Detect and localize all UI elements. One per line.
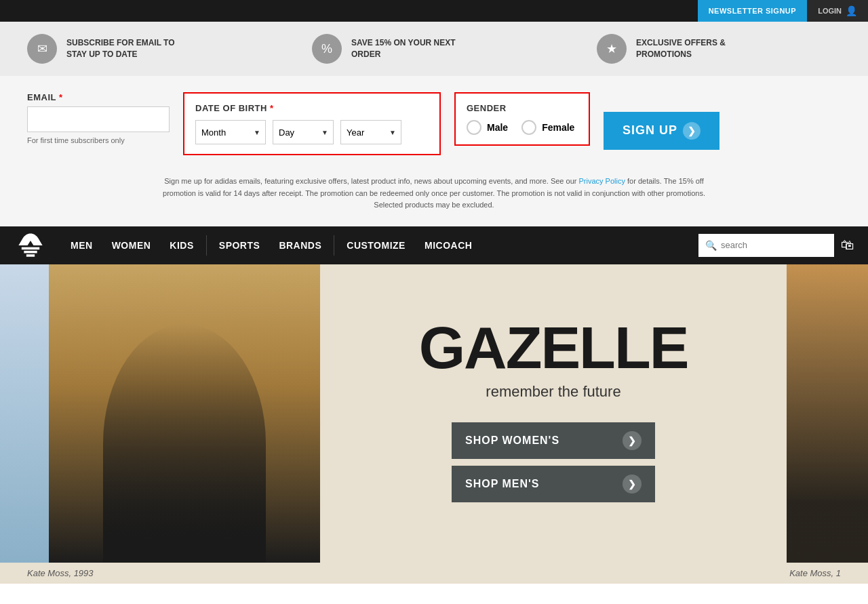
shop-womens-button[interactable]: SHOP WOMEN'S ❯: [452, 422, 655, 459]
nav-item-sports[interactable]: SPORTS: [210, 226, 270, 264]
form-row: EMAIL* For first time subscribers only D…: [27, 92, 841, 155]
email-icon: ✉: [27, 34, 57, 64]
banner-item-email: ✉ SUBSCRIBE FOR EMAIL TOSTAY UP TO DATE: [27, 34, 271, 64]
month-select[interactable]: Month JanuaryFebruaryMarch AprilMayJune …: [195, 120, 266, 144]
svg-rect-1: [24, 251, 37, 254]
svg-rect-2: [26, 254, 35, 257]
male-radio[interactable]: [467, 120, 481, 135]
shop-mens-label: SHOP MEN'S: [465, 478, 540, 490]
nav-item-kids[interactable]: KIDS: [160, 226, 203, 264]
adidas-logo-svg: [16, 230, 45, 260]
day-select-wrapper: Day 12345 678910: [273, 120, 334, 144]
hero-section: GAZELLE remember the future SHOP WOMEN'S…: [0, 264, 868, 563]
svg-rect-0: [22, 247, 39, 249]
subscribe-banner: ✉ SUBSCRIBE FOR EMAIL TOSTAY UP TO DATE …: [0, 22, 868, 76]
nav-item-customize[interactable]: CUSTOMIZE: [337, 226, 415, 264]
banner-text-email: SUBSCRIBE FOR EMAIL TOSTAY UP TO DATE: [66, 37, 175, 60]
nav-item-micoach[interactable]: MICOACH: [415, 226, 481, 264]
caption-right: Kate Moss, 1: [789, 568, 841, 578]
nav-item-brands[interactable]: BRANDS: [269, 226, 331, 264]
login-label: LOGIN: [818, 7, 842, 15]
female-radio[interactable]: [521, 120, 536, 135]
hero-right-partial: [787, 264, 868, 563]
nav-divider-2: [334, 235, 334, 256]
gender-options: Male Female: [467, 120, 578, 135]
caption-left: Kate Moss, 1993: [27, 568, 94, 578]
day-select[interactable]: Day 12345 678910: [273, 120, 334, 144]
nav-search: 🔍 🛍: [698, 234, 854, 257]
percent-icon: %: [312, 34, 342, 64]
banner-item-offers: ★ EXCLUSIVE OFFERS &PROMOTIONS: [597, 34, 841, 64]
nav-divider-1: [206, 235, 207, 256]
signup-button[interactable]: SIGN UP ❯: [604, 112, 719, 150]
dob-label: DATE OF BIRTH*: [195, 103, 429, 113]
gazelle-title: GAZELLE: [419, 318, 688, 378]
nav-links: MEN WOMEN KIDS SPORTS BRANDS CUSTOMIZE M…: [61, 226, 698, 264]
female-label: Female: [542, 122, 574, 133]
star-icon: ★: [597, 34, 627, 64]
newsletter-signup-button[interactable]: NEWSLETTER SIGNUP: [698, 0, 808, 22]
signup-form-section: EMAIL* For first time subscribers only D…: [0, 76, 868, 169]
shop-womens-label: SHOP WOMEN'S: [465, 435, 559, 447]
dob-box: DATE OF BIRTH* Month JanuaryFebruaryMarc…: [183, 92, 441, 155]
gender-box: GENDER Male Female: [454, 92, 590, 146]
signup-arrow-icon: ❯: [683, 122, 701, 140]
banner-text-offers: EXCLUSIVE OFFERS &PROMOTIONS: [636, 37, 726, 60]
hero-caption: Kate Moss, 1993 Kate Moss, 1: [0, 563, 868, 584]
privacy-text-before: Sign me up for adidas emails, featuring …: [164, 177, 576, 185]
hero-main-image: [49, 264, 320, 563]
gazelle-subtitle: remember the future: [486, 383, 620, 401]
dob-selects: Month JanuaryFebruaryMarch AprilMayJune …: [195, 120, 429, 144]
shopping-bag-icon[interactable]: 🛍: [841, 237, 854, 253]
nav-item-women[interactable]: WOMEN: [102, 226, 161, 264]
search-input[interactable]: [721, 240, 835, 250]
banner-item-save: % SAVE 15% ON YOUR NEXTORDER: [312, 34, 556, 64]
shop-womens-arrow-icon: ❯: [623, 431, 642, 450]
year-select[interactable]: Year 2000199919981997: [340, 120, 401, 144]
email-group: EMAIL* For first time subscribers only: [27, 92, 170, 144]
email-hint: For first time subscribers only: [27, 136, 170, 144]
privacy-section: Sign me up for adidas emails, featuring …: [0, 169, 868, 226]
shop-mens-arrow-icon: ❯: [623, 475, 642, 494]
email-label: EMAIL*: [27, 92, 170, 102]
nav-item-men[interactable]: MEN: [61, 226, 102, 264]
search-icon: 🔍: [705, 240, 717, 251]
search-box: 🔍: [698, 234, 834, 257]
month-select-wrapper: Month JanuaryFebruaryMarch AprilMayJune …: [195, 120, 266, 144]
email-field[interactable]: [27, 106, 170, 132]
shop-mens-button[interactable]: SHOP MEN'S ❯: [452, 466, 655, 502]
person-icon: 👤: [846, 5, 857, 16]
top-bar: NEWSLETTER SIGNUP LOGIN 👤: [0, 0, 868, 22]
login-button[interactable]: LOGIN 👤: [807, 0, 868, 22]
gender-female-option[interactable]: Female: [521, 120, 574, 135]
gender-male-option[interactable]: Male: [467, 120, 508, 135]
privacy-policy-link[interactable]: Privacy Policy: [579, 177, 625, 185]
navbar: MEN WOMEN KIDS SPORTS BRANDS CUSTOMIZE M…: [0, 226, 868, 264]
male-label: Male: [487, 122, 508, 133]
banner-text-save: SAVE 15% ON YOUR NEXTORDER: [351, 37, 456, 60]
hero-center: GAZELLE remember the future SHOP WOMEN'S…: [320, 264, 787, 563]
adidas-logo[interactable]: [14, 228, 47, 262]
hero-left-partial: [0, 264, 49, 563]
year-select-wrapper: Year 2000199919981997: [340, 120, 401, 144]
signup-label: SIGN UP: [623, 123, 677, 138]
privacy-text: Sign me up for adidas emails, featuring …: [153, 176, 715, 212]
gender-label: GENDER: [467, 103, 578, 113]
